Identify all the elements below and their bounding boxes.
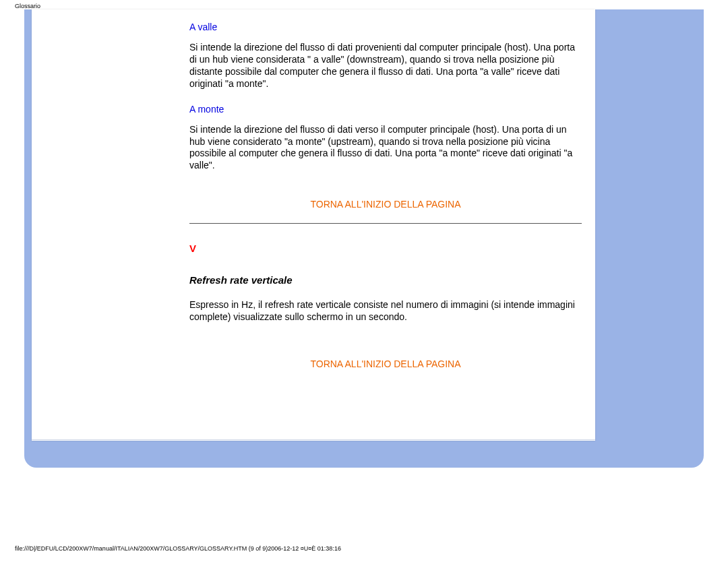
glossary-term-heading: A valle xyxy=(189,22,582,32)
page-footer-divider xyxy=(32,439,595,440)
content-area: A valle Si intende la direzione del flus… xyxy=(32,9,595,369)
file-path-footer: file:///D|/EDFU/LCD/200XW7/manual/ITALIA… xyxy=(15,545,341,552)
section-letter: V xyxy=(189,243,582,254)
glossary-subheading-body: Espresso in Hz, il refresh rate vertical… xyxy=(189,299,582,323)
glossary-term-heading: A monte xyxy=(189,104,582,115)
document-page: A valle Si intende la direzione del flus… xyxy=(32,9,595,441)
frame-background: A valle Si intende la direzione del flus… xyxy=(24,9,704,468)
glossary-term-body: Si intende la direzione del flusso di da… xyxy=(189,124,582,173)
glossary-term-body: Si intende la direzione del flusso di da… xyxy=(189,42,582,90)
glossary-subheading: Refresh rate verticale xyxy=(189,274,582,286)
back-to-top-link[interactable]: TORNA ALL'INIZIO DELLA PAGINA xyxy=(189,358,582,369)
back-to-top-link[interactable]: TORNA ALL'INIZIO DELLA PAGINA xyxy=(189,199,582,210)
section-divider xyxy=(189,223,582,224)
page-header-label: Glossario xyxy=(15,3,40,9)
